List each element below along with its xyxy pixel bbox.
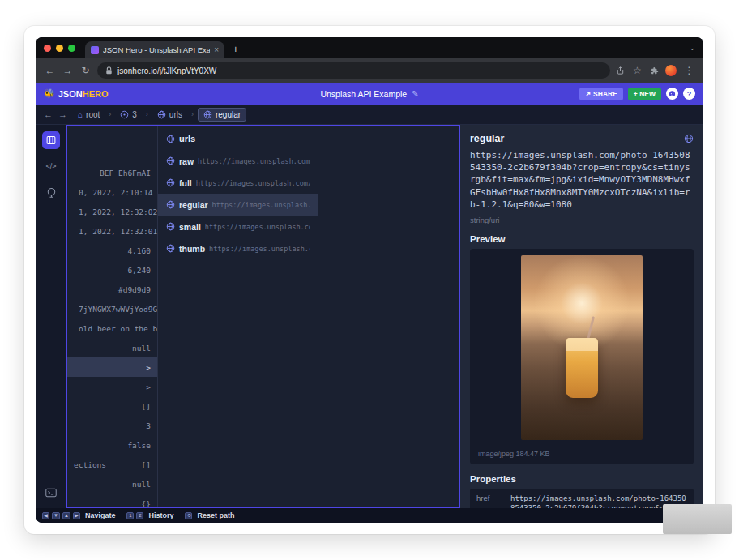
json-row[interactable]: ections[] xyxy=(67,455,157,474)
tab-overflow-chevron-icon[interactable]: ⌄ xyxy=(689,44,695,52)
tab-strip: JSON Hero - Unsplash API Exa × + ⌄ xyxy=(36,37,703,58)
urls-item-label: small xyxy=(179,222,201,232)
reload-button[interactable]: ↻ xyxy=(79,65,92,76)
column-urls: urls rawhttps://images.unsplash.com/ph…f… xyxy=(158,126,318,507)
breadcrumb-label: 3 xyxy=(132,110,137,119)
json-row[interactable]: {} xyxy=(67,494,157,507)
image-meta: image/jpeg 184.47 KB xyxy=(478,450,550,458)
maximize-window-button[interactable] xyxy=(68,45,75,52)
urls-item-regular[interactable]: regularhttps://images.unsplash.com… xyxy=(158,194,318,216)
minimize-window-button[interactable] xyxy=(56,45,63,52)
browser-tab[interactable]: JSON Hero - Unsplash API Exa × xyxy=(85,41,224,58)
json-row-value: 1, 2022, 12:32:01 P… xyxy=(79,227,158,236)
discord-button[interactable] xyxy=(666,88,678,100)
urls-item-full[interactable]: fullhttps://images.unsplash.com/ph… xyxy=(158,172,318,194)
statusbar-label: Navigate xyxy=(85,511,116,519)
urls-column-title: urls xyxy=(179,134,195,143)
jsonhero-logo[interactable]: 🐝 JSONHERO xyxy=(44,88,108,99)
json-row-value: 0, 2022, 2:10:14 AM … xyxy=(79,188,158,197)
terminal-button[interactable] xyxy=(42,484,60,502)
json-row[interactable]: 1, 2022, 12:32:02 PM. xyxy=(67,202,157,221)
share-button-label: SHARE xyxy=(593,90,617,98)
share-button[interactable]: ↗SHARE xyxy=(579,88,623,100)
breadcrumb-label: root xyxy=(86,110,100,119)
json-row[interactable]: 7jYNGWX7wWVjYod9GaMo… xyxy=(67,299,157,318)
json-row[interactable]: 0, 2022, 2:10:14 AM … xyxy=(67,182,157,202)
json-row[interactable]: > xyxy=(67,357,157,377)
urls-item-raw[interactable]: rawhttps://images.unsplash.com/ph… xyxy=(158,150,318,172)
json-row[interactable]: 3 xyxy=(67,416,157,435)
column-view-button[interactable] xyxy=(42,131,60,149)
json-row-value: null xyxy=(132,344,151,353)
close-window-button[interactable] xyxy=(44,45,51,52)
help-button[interactable]: ? xyxy=(683,88,695,100)
urls-item-thumb[interactable]: thumbhttps://images.unsplash.com/… xyxy=(158,237,318,259)
edit-title-icon[interactable]: ✎ xyxy=(412,89,418,98)
profile-avatar[interactable] xyxy=(665,65,677,76)
breadcrumb-item-urls[interactable]: urls xyxy=(152,109,187,121)
json-row[interactable]: 1, 2022, 12:32:01 P… xyxy=(67,221,157,241)
json-row-value: null xyxy=(132,480,151,489)
view-sidebar: </> xyxy=(36,125,66,508)
browser-window: JSON Hero - Unsplash API Exa × + ⌄ ← → ↻… xyxy=(36,37,703,523)
globe-icon xyxy=(166,222,175,231)
breadcrumb-forward-icon[interactable]: → xyxy=(58,109,67,119)
json-row[interactable]: 6,240 xyxy=(67,260,157,280)
url-field[interactable]: jsonhero.io/j/tJlKnpVtY0XW xyxy=(97,62,610,79)
statusbar-label: History xyxy=(148,511,173,519)
json-row[interactable]: 4,160 xyxy=(67,241,157,260)
statusbar-navigate: ◀▼▲▶Navigate xyxy=(42,511,115,519)
json-row-value: 4,160 xyxy=(127,246,151,255)
keyboard-key-icon: ▲ xyxy=(62,512,70,519)
json-row[interactable]: [] xyxy=(67,396,157,416)
breadcrumb-item-3[interactable]: 3 xyxy=(115,109,142,121)
json-row[interactable]: > xyxy=(67,377,157,396)
urls-item-label: regular xyxy=(179,200,208,210)
globe-icon xyxy=(166,178,175,187)
statusbar-history: 12History xyxy=(126,511,173,519)
json-row-value: [] xyxy=(142,402,151,411)
breadcrumb-label: urls xyxy=(169,110,182,119)
detail-title: regular xyxy=(470,133,504,144)
breadcrumb-item-root[interactable]: ⌂root xyxy=(73,109,105,121)
logo-text-hero: HERO xyxy=(83,89,109,99)
json-row[interactable]: BEF_Eh6FmAI xyxy=(67,163,157,182)
json-row[interactable]: null xyxy=(67,474,157,494)
detail-panel: regular https://images.unsplash.com/phot… xyxy=(460,125,703,508)
chrome-menu-icon[interactable]: ⋮ xyxy=(683,65,695,76)
urls-item-url-preview: https://images.unsplash.com/ph… xyxy=(198,157,310,165)
breadcrumb: ⌂root›3›urls›regular xyxy=(73,108,246,122)
breadcrumb-back-icon[interactable]: ← xyxy=(44,109,53,119)
preview-box: image/jpeg 184.47 KB xyxy=(470,249,694,464)
globe-icon xyxy=(203,110,212,119)
json-row-value: > xyxy=(146,383,151,391)
tab-favicon-icon xyxy=(91,46,99,54)
json-row-value: false xyxy=(127,441,151,450)
back-button[interactable]: ← xyxy=(44,65,56,76)
json-row[interactable]: null xyxy=(67,338,157,357)
property-row[interactable]: hrefhttps://images.unsplash.com/photo-16… xyxy=(470,489,694,508)
json-row-value: > xyxy=(146,363,151,372)
padlock-icon xyxy=(105,66,113,75)
extensions-puzzle-icon[interactable] xyxy=(650,66,659,75)
code-view-button[interactable]: </> xyxy=(42,157,60,175)
logo-text-json: JSON xyxy=(58,89,83,99)
breadcrumb-item-regular[interactable]: regular xyxy=(198,108,246,122)
forward-button[interactable]: → xyxy=(62,65,74,76)
new-tab-button[interactable]: + xyxy=(233,43,239,55)
json-row-value: 3 xyxy=(146,421,151,430)
new-document-button[interactable]: + NEW xyxy=(628,88,661,100)
bee-logo-icon: 🐝 xyxy=(44,88,55,99)
address-bar: ← → ↻ jsonhero.io/j/tJlKnpVtY0XW ☆ ⋮ xyxy=(36,58,703,83)
tab-close-icon[interactable]: × xyxy=(214,45,219,54)
json-row[interactable]: #d9d9d9 xyxy=(67,280,157,299)
tree-view-button[interactable] xyxy=(42,183,60,201)
preview-image[interactable] xyxy=(521,255,643,440)
json-row[interactable]: false xyxy=(67,435,157,455)
json-row[interactable]: old beer on the beach xyxy=(67,318,157,338)
bookmark-star-icon[interactable]: ☆ xyxy=(631,65,643,76)
share-page-icon[interactable] xyxy=(616,66,625,75)
json-row-value: 1, 2022, 12:32:02 PM. xyxy=(79,207,158,216)
urls-item-label: thumb xyxy=(179,244,205,254)
urls-item-small[interactable]: smallhttps://images.unsplash.com/p… xyxy=(158,216,318,237)
